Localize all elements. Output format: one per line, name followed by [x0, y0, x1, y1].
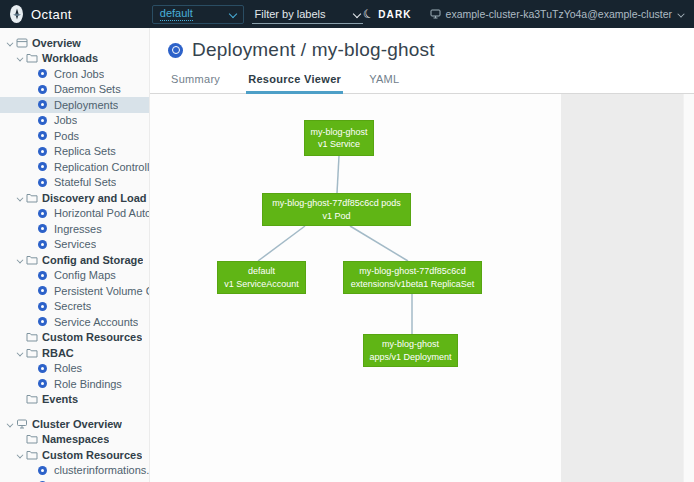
namespace-value: default [160, 7, 193, 21]
sidebar-item-label: Custom Resources [40, 331, 142, 343]
edge-service-pod [337, 156, 339, 193]
sidebar-item-label: clusterinformations.crd.projec [52, 464, 149, 476]
sidebar-item-config-and-storage[interactable]: Config and Storage [0, 252, 149, 268]
node-label: my-blog-ghost [382, 338, 439, 350]
sidebar-item-config-maps[interactable]: Config Maps [0, 268, 149, 284]
scroll-gutter [683, 94, 694, 482]
sidebar-item-label: Roles [52, 362, 82, 374]
folder-icon [26, 53, 38, 63]
sidebar-item-horizontal-pod-autoscalers[interactable]: Horizontal Pod Autoscalers [0, 206, 149, 222]
sidebar-item-label: Workloads [40, 52, 98, 64]
resource-icon [38, 271, 47, 280]
node-label: my-blog-ghost-77df85c6cd [359, 265, 466, 277]
resource-icon [38, 147, 47, 156]
sidebar-item-replica-sets[interactable]: Replica Sets [0, 144, 149, 160]
sidebar-item-secrets[interactable]: Secrets [0, 299, 149, 315]
sidebar-item-cluster-overview[interactable]: Cluster Overview [0, 416, 149, 432]
folder-icon [26, 450, 38, 460]
octant-app: Octant default Filter by labels ☾ DARK e… [0, 0, 694, 482]
sidebar-item-role-bindings[interactable]: Role Bindings [0, 376, 149, 392]
resource-viewer-graph: my-blog-ghost v1 Service my-blog-ghost-7… [150, 94, 561, 482]
sidebar-item-namespaces[interactable]: Namespaces [0, 432, 149, 448]
chevron-down-icon [17, 256, 24, 263]
sidebar-item-workloads[interactable]: Workloads [0, 51, 149, 67]
resource-icon [38, 286, 47, 295]
sidebar-item-label: Role Bindings [52, 378, 122, 390]
sidebar-item-csidrivers-csi-storage-k8s-io[interactable]: csidrivers.csi.storage.k8s.io [0, 478, 149, 482]
graph-node-pods[interactable]: my-blog-ghost-77df85c6cd pods v1 Pod [262, 193, 411, 226]
node-sublabel: v1 ServiceAccount [224, 278, 299, 290]
sidebar-item-label: Daemon Sets [52, 83, 121, 95]
folder-icon [26, 255, 38, 265]
sidebar-item-replication-controllers[interactable]: Replication Controllers [0, 159, 149, 175]
sidebar-item-service-accounts[interactable]: Service Accounts [0, 314, 149, 330]
folder-icon [26, 394, 38, 404]
resource-icon [38, 100, 47, 109]
sidebar-item-label: Cluster Overview [30, 418, 122, 430]
node-label: my-blog-ghost-77df85c6cd pods [272, 197, 401, 209]
edge-pod-replicaset [350, 226, 408, 261]
graph-node-serviceaccount[interactable]: default v1 ServiceAccount [217, 261, 306, 294]
tab-resource-viewer[interactable]: Resource Viewer [246, 68, 343, 94]
sidebar-item-stateful-sets[interactable]: Stateful Sets [0, 175, 149, 191]
page-title: Deployment / my-blog-ghost [192, 39, 435, 61]
resource-icon [38, 240, 47, 249]
cluster-context-menu[interactable]: example-cluster-ka3TuTzYo4a@example-clus… [430, 8, 684, 20]
sidebar-item-label: Events [40, 393, 78, 405]
graph-node-deployment[interactable]: my-blog-ghost apps/v1 Deployment [363, 334, 458, 367]
sidebar-item-label: Custom Resources [40, 449, 142, 461]
sidebar-item-pods[interactable]: Pods [0, 128, 149, 144]
sidebar-item-label: Replication Controllers [52, 161, 149, 173]
dark-toggle-label: DARK [378, 9, 411, 20]
resource-icon [38, 224, 47, 233]
sidebar-item-label: Secrets [52, 300, 91, 312]
sidebar-item-label: Jobs [52, 114, 77, 126]
sidebar-item-services[interactable]: Services [0, 237, 149, 253]
applications-icon [16, 38, 28, 48]
octant-logo-icon [10, 5, 23, 23]
sidebar-item-overview[interactable]: Overview [0, 35, 149, 51]
chevron-down-icon [17, 451, 24, 458]
tab-summary[interactable]: Summary [169, 68, 222, 93]
sidebar-item-rbac[interactable]: RBAC [0, 345, 149, 361]
resource-icon [38, 116, 47, 125]
edge-pod-serviceaccount [258, 226, 305, 261]
sidebar-item-cron-jobs[interactable]: Cron Jobs [0, 66, 149, 82]
chevron-down-icon [17, 194, 24, 201]
sidebar-item-label: Deployments [52, 99, 118, 111]
sidebar-item-ingresses[interactable]: Ingresses [0, 221, 149, 237]
resource-icon [38, 85, 47, 94]
sidebar-item-clusterinformations-crd-projec[interactable]: clusterinformations.crd.projec [0, 463, 149, 479]
folder-icon [26, 193, 38, 203]
graph-node-service[interactable]: my-blog-ghost v1 Service [304, 120, 374, 156]
dark-theme-toggle[interactable]: ☾ DARK [363, 8, 412, 20]
chevron-down-icon [7, 420, 14, 427]
label-filter-input[interactable]: Filter by labels [252, 5, 363, 24]
sidebar-item-deployments[interactable]: Deployments [0, 97, 149, 113]
sidebar-item-label: Config Maps [52, 269, 116, 281]
label-filter-placeholder: Filter by labels [255, 8, 326, 20]
sidebar-item-events[interactable]: Events [0, 392, 149, 408]
chevron-down-icon [17, 55, 24, 62]
sidebar-item-discovery-and-load-balancing[interactable]: Discovery and Load Balancing [0, 190, 149, 206]
sidebar-item-custom-resources[interactable]: Custom Resources [0, 447, 149, 463]
sidebar-item-daemon-sets[interactable]: Daemon Sets [0, 82, 149, 98]
sidebar-item-label: Services [52, 238, 96, 250]
resource-icon [38, 69, 47, 78]
tab-yaml[interactable]: YAML [367, 68, 401, 93]
folder-icon [26, 434, 38, 444]
namespace-dropdown[interactable]: default [152, 5, 244, 24]
sidebar-item-label: Config and Storage [40, 254, 143, 266]
sidebar-item-roles[interactable]: Roles [0, 361, 149, 377]
sidebar-item-label: Service Accounts [52, 316, 138, 328]
resource-icon [38, 178, 47, 187]
graph-node-replicaset[interactable]: my-blog-ghost-77df85c6cd extensions/v1be… [343, 261, 482, 294]
sidebar-item-persistent-volume-claims[interactable]: Persistent Volume Claims [0, 283, 149, 299]
resource-icon [38, 379, 47, 388]
node-sublabel: v1 Service [318, 138, 360, 150]
sidebar-item-jobs[interactable]: Jobs [0, 113, 149, 129]
sidebar-item-custom-resources[interactable]: Custom Resources [0, 330, 149, 346]
sidebar-item-label: Ingresses [52, 223, 102, 235]
resource-detail-panel [561, 94, 683, 482]
sidebar-item-label: Pods [52, 130, 79, 142]
